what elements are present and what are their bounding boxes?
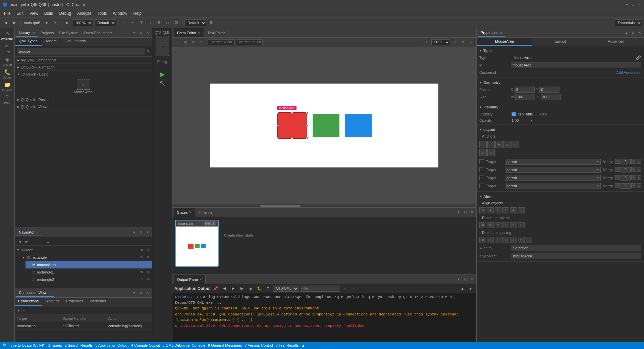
assets-tab[interactable]: Assets [42,38,61,46]
margin-chain-1[interactable]: ⊞ [631,159,636,164]
tree-rectangle2[interactable]: □ rectangle2 ↻ 👁 [25,276,152,283]
nav-back-btn[interactable]: ◀ [2,19,9,27]
zoom-combo[interactable]: 100 % 75 % 50 % [72,19,93,26]
menu-help[interactable]: Help [130,10,144,16]
zoom-in-btn[interactable]: + [423,39,430,46]
eye-btn[interactable]: 👁 [145,262,151,267]
text-editor-tab[interactable]: Text Editor [204,28,228,37]
anchor-btn-5[interactable]: □ [512,141,519,148]
anchor-checkbox-3[interactable] [479,176,484,180]
handle-b[interactable] [291,137,293,139]
opacity-arrow[interactable]: ▼ [530,119,533,122]
dist-btn-3[interactable]: ⊡ [495,222,501,228]
space-btn-7[interactable]: □ [526,237,532,243]
menu-build[interactable]: Build [42,10,56,16]
handle-tr[interactable] [306,112,308,114]
handle-br[interactable] [306,137,308,139]
qts-run-btn[interactable]: ▶ [157,69,167,79]
activity-help[interactable]: ? Help [1,93,13,105]
conn-float-btn[interactable]: ⧉ [138,290,144,296]
search-input[interactable] [17,48,145,55]
space-btn-3[interactable]: ⊡ [495,237,501,243]
margin-input-2[interactable] [621,167,631,172]
close-file-btn[interactable]: ✕ [52,19,59,27]
align-bottom-btn[interactable]: ⊥ [518,207,525,213]
expand-icon[interactable]: ▼ [21,256,25,259]
anchor-btn-7[interactable]: ⊡ [487,149,495,156]
add-connection-btn[interactable]: + [17,307,20,313]
output-down-btn[interactable]: ▼ [467,285,474,292]
default-combo-2[interactable]: Default [184,19,206,26]
cycle-btn[interactable]: ↻ [139,255,145,260]
margin-inc-4[interactable]: □ [637,183,641,188]
menu-debug[interactable]: Debug [57,10,74,16]
layout-sub-tab[interactable]: Layout [532,38,588,46]
space-btn-5[interactable]: ⊤ [510,237,517,243]
eye-btn[interactable]: 👁 [145,247,151,253]
status-app-output[interactable]: 3 Application Output [95,343,128,347]
qts-build-btn[interactable]: 🔨 [157,79,167,87]
prop-float-btn[interactable]: ⧉ [630,30,636,36]
anchor-btn-2[interactable]: ⊤ [487,141,495,148]
anchor-btn-3[interactable]: ⊢ [495,141,503,148]
nav-expand-btn[interactable]: ▼ [131,230,137,236]
maximize-button[interactable]: □ [631,2,635,7]
cycle-btn[interactable]: ↻ [139,262,145,267]
align-top-btn[interactable]: ⊤ [502,207,509,213]
is-visible-checkbox[interactable]: ✓ [512,112,516,116]
margin-dec-4[interactable]: ⊟ [615,183,620,188]
panel-close-btn[interactable]: ✕ [145,30,151,36]
properties-panel-tab[interactable]: Properties ✕ [478,29,505,37]
status-arrow[interactable]: ▲ [302,343,305,347]
mousearea-component[interactable]: ⊹ Mouse Area [15,78,152,96]
create-new-state-btn[interactable]: Create New State [221,231,256,240]
properties-tab[interactable]: Properties [63,298,86,306]
default-combo[interactable]: Default [94,19,116,26]
expand-icon[interactable]: ▼ [16,249,20,252]
output-stop-btn[interactable]: ■ [247,285,254,292]
mousearea-sub-tab[interactable]: MouseArea [477,38,532,46]
margin-inc-2[interactable]: □ [637,167,641,172]
tb-btn-5[interactable]: ⊞ [155,19,163,27]
status-compile[interactable]: 4 Compile Output [131,343,160,347]
tb-btn-6[interactable]: □ [164,19,171,27]
properties-tab-close[interactable]: ✕ [500,31,502,35]
prop-expand-btn[interactable]: ▲ [623,30,629,36]
backends-tab[interactable]: Backends [87,298,109,306]
activity-edit[interactable]: ✏ Edit [1,42,13,54]
undo-btn[interactable]: ↩ [468,39,474,46]
nav-close-btn[interactable]: ✕ [145,230,151,236]
form-btn-4[interactable]: □ [198,39,204,46]
tree-mousearea[interactable]: M mouseArea ↻ 👁 [25,261,152,268]
margin-input-4[interactable] [621,183,631,189]
output-pane-tab-close[interactable]: ✕ [199,278,202,281]
conn-tab-close[interactable]: ✕ [48,291,51,295]
eye-btn[interactable]: 👁 [145,269,151,275]
type-link-btn[interactable]: 🔗 [635,55,641,61]
output-close-btn[interactable]: ✕ [469,277,475,283]
tree-rectangle1[interactable]: □ rectangle1 ↻ 👁 [25,268,152,276]
locate-input-area[interactable]: 🔍 Type to locate (Ctrl+K) [3,343,46,348]
dist-btn-2[interactable]: ⊟ [487,222,494,228]
tb-btn-7[interactable]: ⊡ [173,19,180,27]
settings-btn[interactable]: ⚙ [208,19,215,27]
navigator-tab-close[interactable]: ✕ [37,231,39,234]
group-my-qml-header[interactable]: ▶ My QML Components [15,57,152,63]
nav-filter-btn[interactable]: ⊿ [45,238,51,244]
status-qml-debugger[interactable]: 5 QML Debugger Console [163,343,205,347]
anchor-target-1[interactable]: parent ▼ [505,159,601,165]
margin-input-1[interactable] [621,159,631,164]
conn-close-btn[interactable]: ✕ [145,290,151,296]
output-next-btn[interactable]: ▶ [229,285,237,292]
form-btn-3[interactable]: ⊡ [190,39,197,46]
margin-dec-3[interactable]: ⊟ [615,175,620,180]
anchor-checkbox-1[interactable] [479,159,484,164]
timeline-tab[interactable]: Timeline [195,208,216,217]
space-btn-4[interactable]: ⊣ [502,237,509,243]
align-left-btn[interactable]: ⊣ [479,207,486,213]
base-state-card[interactable]: base state Default [175,220,219,267]
eye-btn[interactable]: 👁 [145,277,151,282]
type-section-header[interactable]: ▼ Type [477,47,644,54]
status-search[interactable]: 2 Search Results [65,343,93,347]
output-debug-btn[interactable]: 🐛 [256,285,263,292]
